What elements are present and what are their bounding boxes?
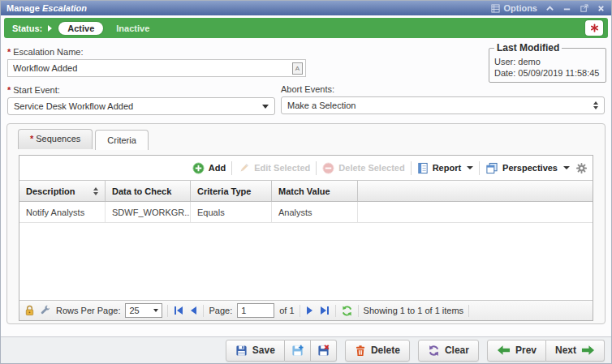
page-input[interactable] xyxy=(237,303,274,318)
save-close-button[interactable] xyxy=(311,340,337,362)
chevron-down-icon xyxy=(563,166,570,169)
grid-toolbar: Add Edit Selected Delete Selected Report xyxy=(19,156,593,180)
delete-button[interactable]: Delete xyxy=(345,340,410,362)
report-icon xyxy=(417,162,429,174)
column-header-empty xyxy=(358,181,593,201)
status-label: Status: xyxy=(12,24,42,33)
tab-sequences[interactable]: *Sequences xyxy=(18,129,93,149)
last-modified-date: Date: 05/09/2019 11:58:45 xyxy=(494,68,601,78)
required-fields-badge[interactable] xyxy=(585,20,603,36)
window-title: Manage Escalation xyxy=(6,3,87,13)
sort-icon[interactable] xyxy=(93,187,98,195)
cell-match-value: Analysts xyxy=(272,202,358,222)
grid-settings-button[interactable] xyxy=(575,162,588,174)
column-header-description[interactable]: Description xyxy=(19,181,106,201)
escalation-form: *Escalation Name: A *Start Event: Servic… xyxy=(1,41,611,122)
save-new-button[interactable] xyxy=(285,340,311,362)
cell-description: Notify Analysts xyxy=(19,202,106,222)
status-active-toggle[interactable]: Active xyxy=(58,22,103,35)
first-page-button[interactable] xyxy=(173,306,184,315)
popout-icon[interactable] xyxy=(580,4,588,13)
options-label: Options xyxy=(503,3,537,13)
rows-per-page-select[interactable]: 25 xyxy=(125,303,162,318)
wrench-icon[interactable] xyxy=(40,305,51,316)
gear-icon xyxy=(575,162,588,174)
save-button[interactable]: Save xyxy=(226,340,285,362)
last-modified-legend: Last Modified xyxy=(494,42,562,54)
cell-data-to-check: SDWF_WORKGR... xyxy=(106,202,191,222)
options-button[interactable]: Options xyxy=(491,3,537,13)
perspectives-icon xyxy=(485,162,498,174)
prev-page-button[interactable] xyxy=(189,306,198,315)
status-bar: Status: Active Inactive xyxy=(4,18,608,38)
start-event-select[interactable]: Service Desk Workflow Added xyxy=(7,97,275,115)
status-caret-icon xyxy=(48,25,52,32)
delete-selected-button[interactable]: Delete Selected xyxy=(322,162,404,174)
close-icon[interactable] xyxy=(597,4,606,13)
tab-container: *Sequences Criteria Add Edit Selected De… xyxy=(6,123,606,324)
title-bar: Manage Escalation Options xyxy=(1,1,611,15)
grid-footer: Rows Per Page: 25 Page: of 1 Showing 1 xyxy=(19,300,593,320)
add-button[interactable]: Add xyxy=(192,162,226,174)
arrow-right-icon xyxy=(581,345,595,356)
showing-items-text: Showing 1 to 1 of 1 items xyxy=(364,306,464,315)
pencil-icon xyxy=(238,162,250,174)
perspectives-button[interactable]: Perspectives xyxy=(485,162,570,174)
column-header-match-value[interactable]: Match Value xyxy=(272,181,358,201)
arrow-left-icon xyxy=(497,345,511,356)
start-event-value: Service Desk Workflow Added xyxy=(14,101,262,111)
lock-icon[interactable] xyxy=(24,305,35,316)
clear-icon xyxy=(428,345,440,357)
grid-header-row: Description Data to Check Criteria Type … xyxy=(19,180,593,202)
page-label: Page: xyxy=(209,306,232,315)
abort-events-select[interactable]: Make a Selection xyxy=(281,96,605,114)
options-grid-icon xyxy=(491,4,500,13)
last-modified-fieldset: Last Modified User: demo Date: 05/09/201… xyxy=(489,42,606,83)
collapse-icon[interactable] xyxy=(545,4,554,13)
column-header-criteria-type[interactable]: Criteria Type xyxy=(191,181,272,201)
add-plus-icon xyxy=(192,162,205,174)
asterisk-icon xyxy=(590,24,599,32)
abort-events-label: Abort Events: xyxy=(281,84,605,94)
table-row[interactable]: Notify Analysts SDWF_WORKGR... Equals An… xyxy=(19,202,593,223)
page-of-text: of 1 xyxy=(279,306,294,315)
chevron-down-icon xyxy=(262,105,269,109)
trash-icon xyxy=(355,345,366,357)
tab-criteria[interactable]: Criteria xyxy=(95,130,148,150)
minus-circle-icon xyxy=(322,162,334,174)
updown-arrows-icon xyxy=(593,101,598,109)
cell-empty xyxy=(358,202,593,222)
rows-per-page-label: Rows Per Page: xyxy=(56,306,120,315)
prev-next-group: Prev Next xyxy=(487,340,605,362)
text-tools-icon[interactable]: A xyxy=(292,62,303,75)
next-button[interactable]: Next xyxy=(546,340,605,362)
column-header-data-to-check[interactable]: Data to Check xyxy=(106,181,191,201)
chevron-down-icon xyxy=(467,166,473,169)
refresh-icon[interactable] xyxy=(341,305,353,317)
status-inactive-toggle[interactable]: Inactive xyxy=(116,24,149,33)
save-icon xyxy=(235,345,248,357)
next-page-button[interactable] xyxy=(305,306,314,315)
chevron-down-icon xyxy=(153,309,158,312)
cell-criteria-type: Equals xyxy=(191,202,272,222)
action-bar: Save Delete Clear Prev Next xyxy=(1,336,611,363)
grid-empty-space xyxy=(19,223,593,300)
prev-button[interactable]: Prev xyxy=(487,340,546,362)
save-new-icon xyxy=(291,345,304,357)
report-button[interactable]: Report xyxy=(417,162,473,174)
minimize-icon[interactable] xyxy=(562,4,571,13)
content-spacer xyxy=(1,324,611,336)
edit-selected-button[interactable]: Edit Selected xyxy=(238,162,310,174)
tab-strip: *Sequences Criteria xyxy=(7,124,605,149)
save-button-group: Save xyxy=(226,340,337,362)
clear-button[interactable]: Clear xyxy=(418,340,479,362)
manage-escalation-window: Manage Escalation Options Status: Active… xyxy=(0,0,612,364)
last-modified-user: User: demo xyxy=(494,57,601,66)
abort-events-value: Make a Selection xyxy=(287,101,593,110)
save-close-icon xyxy=(317,345,330,357)
escalation-name-input[interactable] xyxy=(7,59,306,77)
criteria-grid: Add Edit Selected Delete Selected Report xyxy=(19,155,593,321)
last-page-button[interactable] xyxy=(319,306,330,315)
